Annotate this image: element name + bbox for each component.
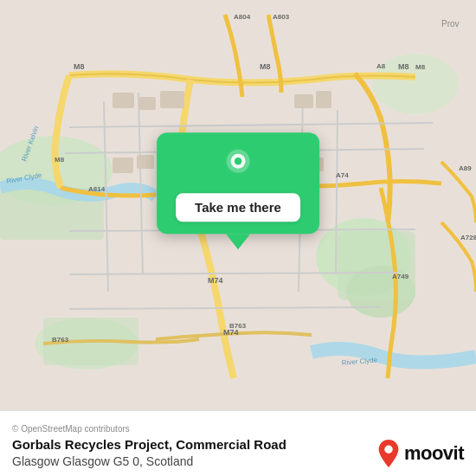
svg-text:Prov: Prov — [441, 19, 460, 29]
moovit-brand-text: moovit — [404, 442, 464, 465]
moovit-pin-icon — [376, 438, 401, 469]
svg-rect-43 — [316, 91, 331, 108]
svg-rect-39 — [113, 93, 134, 108]
app-container: M8 M8 M8 M8 M74 M74 A8 M8 A74 A74 A749 A… — [0, 0, 476, 476]
svg-text:A749: A749 — [392, 273, 409, 280]
svg-rect-45 — [137, 155, 154, 169]
svg-text:M8: M8 — [74, 62, 85, 71]
svg-rect-41 — [160, 91, 184, 108]
svg-text:A74: A74 — [336, 171, 349, 179]
footer: © OpenStreetMap contributors Gorbals Rec… — [0, 410, 476, 476]
svg-point-52 — [235, 158, 241, 164]
svg-rect-3 — [338, 231, 415, 300]
svg-text:B763: B763 — [52, 336, 69, 344]
footer-info: © OpenStreetMap contributors Gorbals Rec… — [12, 424, 366, 469]
svg-rect-44 — [113, 158, 133, 173]
svg-text:A8: A8 — [376, 62, 386, 70]
location-address: Glasgow Glasgow G5 0, Scotland — [12, 453, 366, 469]
svg-text:A804: A804 — [234, 13, 251, 21]
svg-text:M8: M8 — [260, 62, 271, 71]
svg-text:A728: A728 — [460, 234, 476, 241]
svg-text:B763: B763 — [229, 322, 247, 330]
svg-rect-42 — [294, 94, 313, 108]
copyright-text: © OpenStreetMap contributors — [12, 424, 366, 434]
svg-text:M8: M8 — [398, 62, 409, 71]
popup-tail — [226, 234, 250, 249]
location-name: Gorbals Recycles Project, Commercial Roa… — [12, 436, 366, 453]
svg-rect-40 — [138, 97, 156, 110]
svg-text:A89: A89 — [459, 164, 472, 172]
popup-card: Take me there — [157, 132, 319, 234]
svg-text:M8: M8 — [55, 156, 65, 164]
map-area: M8 M8 M8 M8 M74 M74 A8 M8 A74 A74 A749 A… — [0, 0, 476, 410]
location-pin-icon — [219, 146, 257, 184]
map-popup: Take me there — [157, 132, 319, 249]
svg-text:M74: M74 — [208, 276, 223, 285]
moovit-logo: moovit — [376, 438, 464, 469]
svg-text:A803: A803 — [273, 13, 290, 21]
svg-text:A814: A814 — [88, 185, 106, 193]
svg-text:M8: M8 — [415, 63, 426, 71]
take-me-there-button[interactable]: Take me there — [176, 193, 300, 222]
svg-point-53 — [384, 446, 392, 453]
